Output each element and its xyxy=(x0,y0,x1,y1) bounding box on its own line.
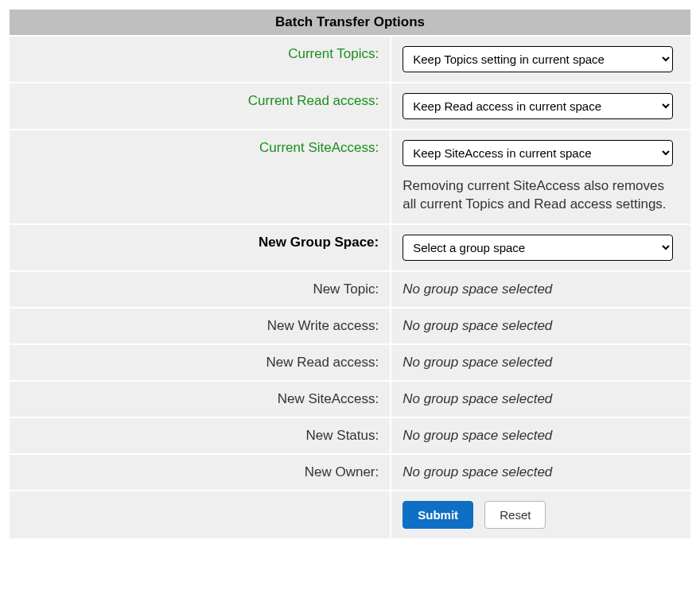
current-siteaccess-label: Current SiteAccess: xyxy=(10,130,390,223)
new-read-label: New Read access: xyxy=(10,345,390,380)
new-siteaccess-label: New SiteAccess: xyxy=(10,382,390,417)
new-write-value: No group space selected xyxy=(402,318,552,333)
current-topics-select[interactable]: Keep Topics setting in current space xyxy=(402,46,673,72)
submit-button[interactable]: Submit xyxy=(402,501,473,529)
current-read-select[interactable]: Keep Read access in current space xyxy=(402,93,673,119)
new-topic-value: No group space selected xyxy=(402,281,552,297)
new-siteaccess-value: No group space selected xyxy=(402,391,552,406)
new-topic-label: New Topic: xyxy=(10,272,390,307)
new-group-space-select[interactable]: Select a group space xyxy=(402,235,673,261)
new-owner-value: No group space selected xyxy=(402,464,552,479)
new-status-label: New Status: xyxy=(10,418,390,453)
new-read-value: No group space selected xyxy=(402,355,552,370)
siteaccess-help-text: Removing current SiteAccess also removes… xyxy=(402,177,673,214)
new-status-value: No group space selected xyxy=(402,428,552,443)
current-read-label: Current Read access: xyxy=(10,83,390,129)
new-write-label: New Write access: xyxy=(10,309,390,344)
reset-button[interactable]: Reset xyxy=(484,501,546,529)
table-header: Batch Transfer Options xyxy=(10,10,690,35)
current-topics-label: Current Topics: xyxy=(10,37,390,82)
batch-transfer-options-table: Batch Transfer Options Current Topics: K… xyxy=(8,8,692,540)
button-row-spacer xyxy=(10,491,390,538)
current-siteaccess-select[interactable]: Keep SiteAccess in current space xyxy=(402,140,673,166)
new-group-space-label: New Group Space: xyxy=(10,225,390,270)
new-owner-label: New Owner: xyxy=(10,455,390,490)
